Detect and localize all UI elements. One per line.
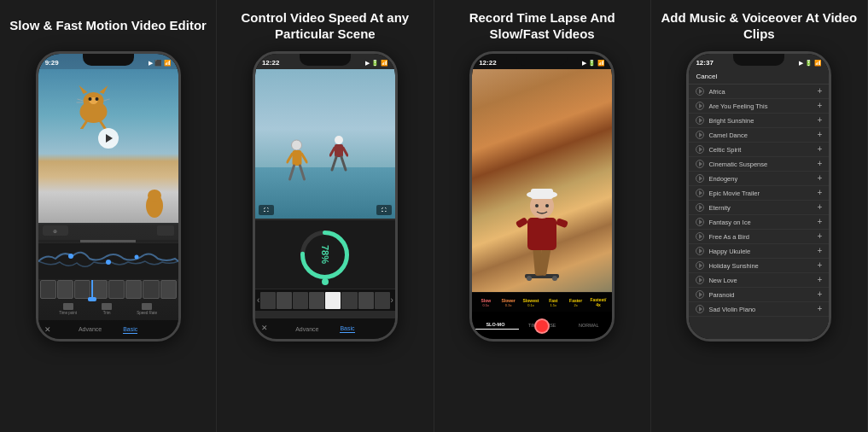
p2-tab-basic[interactable]: Basic: [340, 325, 354, 333]
music-add-14[interactable]: +: [818, 276, 823, 284]
music-item-ukulele[interactable]: Happy Ukulele +: [689, 244, 829, 259]
p1-play-button[interactable]: [98, 128, 119, 149]
svg-line-22: [302, 154, 307, 162]
p3-speed-slow[interactable]: Slow 0.5x: [475, 298, 497, 307]
p1-ctrl-timepoint[interactable]: Time point: [59, 303, 77, 315]
music-add-2[interactable]: +: [818, 102, 823, 110]
p2-fullscreen-btn[interactable]: ⛶: [376, 205, 392, 215]
p1-speed-line-bg: [38, 240, 178, 242]
music-add-16[interactable]: +: [818, 305, 823, 313]
music-add-5[interactable]: +: [818, 145, 823, 154]
svg-point-16: [68, 254, 73, 259]
music-item-newlove[interactable]: New Love +: [689, 273, 829, 288]
p2-jumper2: [329, 134, 348, 176]
p1-video-area: [38, 69, 178, 223]
phone-screen-1: 9:29 ▶ ⬛ 📶: [38, 54, 178, 339]
music-add-africa[interactable]: +: [818, 87, 823, 96]
music-add-4[interactable]: +: [818, 131, 823, 139]
music-title-5: Celtic Spirit: [708, 146, 813, 154]
music-item-fantasy[interactable]: Fantasy on Ice +: [689, 215, 829, 230]
play-icon-3: [696, 116, 704, 125]
music-item-eternity[interactable]: Eternity +: [689, 201, 829, 215]
p3-mode-normal[interactable]: NORMAL: [565, 323, 612, 328]
status-icons-2: ▶ 🔋 📶: [365, 60, 388, 67]
play-icon-9: [696, 203, 704, 212]
music-item-endogeny[interactable]: Endogeny +: [689, 172, 829, 186]
status-time-3: 12:22: [479, 59, 496, 67]
music-add-11[interactable]: +: [818, 232, 823, 241]
p3-skater: [512, 182, 572, 288]
p3-record-button[interactable]: [534, 318, 550, 334]
p1-bottom-controls: Time point Trim Speed Rate: [38, 301, 178, 318]
p3-speed-faster[interactable]: Faster 2x: [564, 298, 586, 307]
p2-video-ctrl[interactable]: ⛶: [259, 205, 274, 215]
music-item-cinematic[interactable]: Cinematic Suspense +: [689, 157, 829, 172]
svg-line-28: [330, 148, 335, 155]
svg-rect-20: [293, 150, 302, 166]
svg-point-18: [134, 255, 138, 260]
p1-speed-line: [80, 240, 137, 242]
music-add-7[interactable]: +: [818, 174, 823, 183]
music-item-freebird[interactable]: Free As a Bird +: [689, 230, 829, 244]
p1-ctrl-speed[interactable]: Speed Rate: [137, 303, 157, 315]
music-item-brightsunshine[interactable]: Bright Sunshine +: [689, 114, 829, 128]
music-item-holiday[interactable]: Holiday Sunshine +: [689, 259, 829, 273]
p3-speed-fastest[interactable]: Fastest/4x: [587, 297, 609, 307]
notch-3: [516, 54, 568, 66]
music-add-6[interactable]: +: [818, 160, 823, 168]
music-title-8: Epic Movie Trailer: [708, 190, 813, 197]
music-add-9[interactable]: +: [818, 203, 823, 212]
svg-line-23: [290, 166, 294, 179]
panel1-title: Slow & Fast Motion Video Editor: [9, 9, 207, 43]
music-add-10[interactable]: +: [818, 218, 823, 226]
phone-frame-1: 9:29 ▶ ⬛ 📶: [36, 51, 181, 342]
p2-tab-advance[interactable]: Advance: [295, 326, 318, 332]
p3-speed-fast[interactable]: Fast 1.5x: [542, 298, 564, 307]
p2-progress-label: 78%: [320, 245, 330, 264]
p2-jumper1: [287, 138, 308, 184]
p1-x-button[interactable]: ✕: [44, 325, 51, 334]
p2-arrow-left[interactable]: ‹: [257, 295, 259, 305]
music-item-epic[interactable]: Epic Movie Trailer +: [689, 186, 829, 201]
music-item-cameldance[interactable]: Camel Dance +: [689, 128, 829, 143]
p3-speed-slower[interactable]: Slower 0.3x: [497, 298, 519, 307]
music-item-paranoid[interactable]: Paranoid +: [689, 288, 829, 302]
panel-music: Add Music & Voiceover At Video Clips 12:…: [651, 0, 868, 432]
p3-mode-slomo[interactable]: SLO-MO: [472, 322, 519, 330]
play-icon-16: [696, 305, 704, 313]
p2-arrow-right[interactable]: ›: [391, 295, 393, 305]
music-add-3[interactable]: +: [818, 116, 823, 125]
play-icon-4: [696, 131, 704, 139]
music-add-12[interactable]: +: [818, 247, 823, 255]
music-add-15[interactable]: +: [818, 290, 823, 299]
panel-control-speed: Control Video Speed At any Particular Sc…: [217, 0, 434, 432]
p4-music-list: Africa + Are You Feeling This + Bright S…: [689, 85, 829, 339]
p4-cancel-btn[interactable]: Cancel: [696, 73, 717, 80]
p1-ctrl-trim[interactable]: Trim: [102, 303, 112, 315]
play-icon-8: [696, 189, 704, 197]
play-icon-10: [696, 218, 704, 226]
music-title-15: Paranoid: [708, 291, 813, 299]
phone-frame-4: 12:37 ▶ 🔋 📶 Cancel Africa + Are You Feel…: [686, 51, 831, 342]
p2-x-button[interactable]: ✕: [261, 324, 268, 332]
p1-expand-ctrl[interactable]: [157, 225, 174, 236]
p1-tab-basic[interactable]: Basic: [123, 326, 137, 334]
p3-speed-slowest[interactable]: Slowest 0.1x: [520, 298, 542, 307]
music-add-13[interactable]: +: [818, 261, 823, 270]
status-icons-3: ▶ 🔋 📶: [582, 60, 605, 67]
music-title-9: Eternity: [708, 204, 813, 212]
music-title-africa: Africa: [708, 88, 813, 96]
music-add-8[interactable]: +: [818, 189, 823, 197]
p1-tabs-bar: Advance Basic: [38, 320, 178, 339]
music-title-3: Bright Sunshine: [708, 117, 813, 125]
svg-line-21: [288, 154, 293, 162]
p1-zoom-ctrl[interactable]: ⊕: [43, 225, 68, 236]
music-item-celticspirit[interactable]: Celtic Spirit +: [689, 143, 829, 157]
music-item-areyoufeeling[interactable]: Are You Feeling This +: [689, 99, 829, 114]
music-item-africa[interactable]: Africa +: [689, 85, 829, 99]
p1-tab-advance[interactable]: Advance: [79, 326, 102, 333]
music-item-sadviolin[interactable]: Sad Violin Piano +: [689, 302, 829, 317]
play-icon-11: [696, 232, 704, 241]
p1-controls-row: ⊕: [38, 223, 178, 238]
p2-circular-progress[interactable]: 78%: [297, 227, 352, 283]
